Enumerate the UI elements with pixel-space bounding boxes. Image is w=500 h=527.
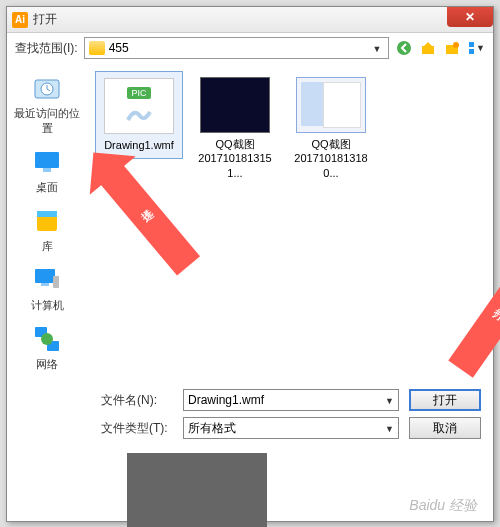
pic-badge: PIC xyxy=(127,87,150,99)
file-thumbnail xyxy=(296,77,366,133)
file-name: QQ截图 2017101813151... xyxy=(193,137,277,180)
open-dialog: Ai 打开 ✕ 查找范围(I): 455 最近访问的位置 xyxy=(6,6,494,522)
place-computer[interactable]: 计算机 xyxy=(12,261,82,316)
file-item-drawing1[interactable]: PIC Drawing1.wmf xyxy=(95,71,183,159)
file-item-qq1[interactable]: QQ截图 2017101813151... xyxy=(191,71,279,186)
file-thumbnail xyxy=(200,77,270,133)
svg-rect-6 xyxy=(469,49,474,54)
preview-pane xyxy=(127,453,267,527)
filetype-select[interactable]: 所有格式 xyxy=(183,417,399,439)
filetype-value: 所有格式 xyxy=(188,420,236,437)
svg-rect-4 xyxy=(469,42,474,47)
svg-rect-14 xyxy=(35,269,55,283)
chevron-down-icon xyxy=(476,43,485,53)
place-recent[interactable]: 最近访问的位置 xyxy=(12,69,82,139)
svg-rect-1 xyxy=(422,46,434,54)
open-button[interactable]: 打开 xyxy=(409,389,481,411)
close-button[interactable]: ✕ xyxy=(447,7,493,27)
places-bar: 最近访问的位置 桌面 库 计算机 网络 xyxy=(7,63,87,383)
recent-icon xyxy=(31,72,63,104)
file-thumbnail: PIC xyxy=(104,78,174,134)
lookup-label: 查找范围(I): xyxy=(15,40,78,57)
libraries-icon xyxy=(31,205,63,237)
file-list[interactable]: PIC Drawing1.wmf QQ截图 2017101813151... Q… xyxy=(87,63,493,383)
desktop-icon xyxy=(31,146,63,178)
place-libraries[interactable]: 库 xyxy=(12,202,82,257)
place-network[interactable]: 网络 xyxy=(12,320,82,375)
file-item-qq2[interactable]: QQ截图 2017101813180... xyxy=(287,71,375,186)
svg-point-3 xyxy=(453,42,459,48)
views-icon[interactable] xyxy=(467,39,485,57)
svg-rect-10 xyxy=(35,152,59,168)
svg-rect-16 xyxy=(53,276,59,288)
place-label: 计算机 xyxy=(31,298,64,313)
place-label: 网络 xyxy=(36,357,58,372)
file-name: Drawing1.wmf xyxy=(104,138,174,152)
back-icon[interactable] xyxy=(395,39,413,57)
up-icon[interactable] xyxy=(419,39,437,57)
filetype-label: 文件类型(T): xyxy=(101,420,173,437)
current-folder: 455 xyxy=(109,41,366,55)
app-icon: Ai xyxy=(12,12,28,28)
network-icon xyxy=(31,323,63,355)
place-label: 桌面 xyxy=(36,180,58,195)
window-title: 打开 xyxy=(33,11,57,28)
close-icon: ✕ xyxy=(465,10,475,24)
chevron-down-icon xyxy=(370,43,384,54)
watermark: Baidu 经验 xyxy=(409,497,477,515)
cancel-button[interactable]: 取消 xyxy=(409,417,481,439)
filename-value: Drawing1.wmf xyxy=(188,393,264,407)
place-label: 库 xyxy=(42,239,53,254)
svg-point-19 xyxy=(41,333,53,345)
new-folder-icon[interactable] xyxy=(443,39,461,57)
filename-label: 文件名(N): xyxy=(101,392,173,409)
svg-rect-13 xyxy=(37,211,57,217)
svg-rect-11 xyxy=(43,168,51,172)
place-desktop[interactable]: 桌面 xyxy=(12,143,82,198)
folder-combo[interactable]: 455 xyxy=(84,37,389,59)
place-label: 最近访问的位置 xyxy=(12,106,82,136)
titlebar: Ai 打开 ✕ xyxy=(7,7,493,33)
chevron-down-icon xyxy=(385,421,394,435)
folder-icon xyxy=(89,41,105,55)
computer-icon xyxy=(31,264,63,296)
svg-rect-15 xyxy=(41,283,49,286)
svg-point-0 xyxy=(397,41,411,55)
filename-input[interactable]: Drawing1.wmf xyxy=(183,389,399,411)
file-name: QQ截图 2017101813180... xyxy=(289,137,373,180)
bottom-form: 文件名(N): Drawing1.wmf 打开 文件类型(T): 所有格式 取消 xyxy=(7,383,493,443)
lookup-toolbar: 查找范围(I): 455 xyxy=(7,33,493,63)
chevron-down-icon xyxy=(385,393,394,407)
